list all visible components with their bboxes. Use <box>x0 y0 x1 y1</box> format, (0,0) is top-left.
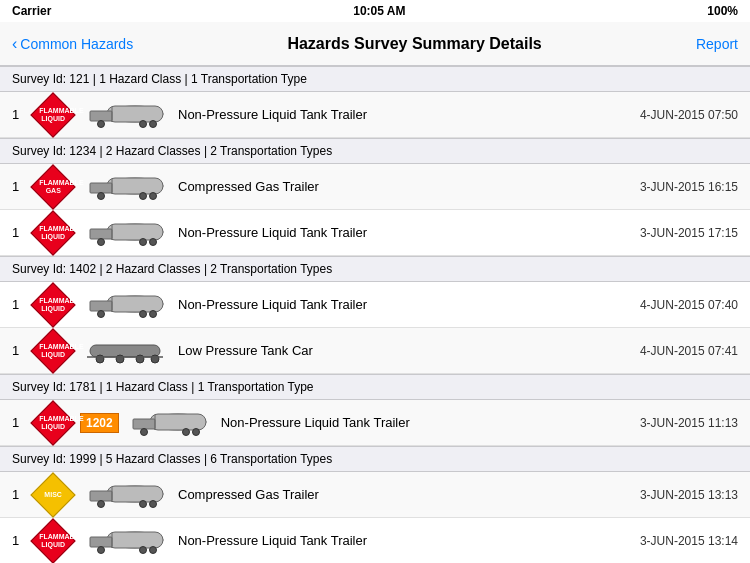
row-count: 1 <box>12 107 30 122</box>
table-row[interactable]: 1 FLAMMABLELIQUID Low Pressure Tank Car4… <box>0 328 750 374</box>
transport-description: Low Pressure Tank Car <box>174 343 640 358</box>
hazard-placard: FLAMMABLELIQUID <box>30 335 76 367</box>
hazard-number-badge: 1202 <box>80 413 119 433</box>
vehicle-icon <box>80 481 170 509</box>
svg-point-52 <box>140 546 147 553</box>
svg-rect-8 <box>107 178 163 194</box>
survey-date: 3-JUN-2015 11:13 <box>640 416 738 430</box>
svg-point-45 <box>140 500 147 507</box>
svg-rect-2 <box>90 111 112 121</box>
svg-rect-22 <box>107 296 163 312</box>
vehicle-icon <box>80 337 170 365</box>
svg-rect-9 <box>90 183 112 193</box>
vehicle-icon <box>80 173 170 201</box>
transport-description: Non-Pressure Liquid Tank Trailer <box>217 415 640 430</box>
content-area: Survey Id: 121 | 1 Hazard Class | 1 Tran… <box>0 66 750 563</box>
hazard-placard: FLAMMABLEGAS <box>30 171 76 203</box>
row-count: 1 <box>12 415 30 430</box>
transport-description: Non-Pressure Liquid Tank Trailer <box>174 225 640 240</box>
svg-point-18 <box>140 238 147 245</box>
row-count: 1 <box>12 533 30 548</box>
svg-point-24 <box>98 310 105 317</box>
hazard-placard: MISC <box>30 479 76 511</box>
transport-description: Non-Pressure Liquid Tank Trailer <box>174 107 640 122</box>
svg-point-44 <box>98 500 105 507</box>
svg-point-4 <box>140 120 147 127</box>
svg-point-30 <box>116 355 124 363</box>
svg-point-37 <box>140 428 147 435</box>
vehicle-icon <box>80 527 170 555</box>
vehicle-icon <box>80 291 170 319</box>
section-header: Survey Id: 1999 | 5 Hazard Classes | 6 T… <box>0 446 750 472</box>
page-title: Hazards Survey Summary Details <box>287 35 541 53</box>
svg-rect-15 <box>107 224 163 240</box>
report-button[interactable]: Report <box>696 36 738 52</box>
hazard-placard: FLAMMABLELIQUID <box>30 407 76 439</box>
table-row[interactable]: 1 FLAMMABLELIQUID 1202 Non-Pressure Liqu… <box>0 400 750 446</box>
svg-rect-42 <box>107 486 163 502</box>
survey-date: 4-JUN-2015 07:41 <box>640 344 738 358</box>
survey-date: 3-JUN-2015 17:15 <box>640 226 738 240</box>
section-header: Survey Id: 1234 | 2 Hazard Classes | 2 T… <box>0 138 750 164</box>
vehicle-icon <box>80 101 170 129</box>
survey-date: 3-JUN-2015 16:15 <box>640 180 738 194</box>
svg-point-32 <box>151 355 159 363</box>
svg-point-26 <box>150 310 157 317</box>
hazard-placard: FLAMMABLELIQUID <box>30 217 76 249</box>
hazard-placard: FLAMMABLELIQUID <box>30 525 76 557</box>
svg-rect-1 <box>107 106 163 122</box>
table-row[interactable]: 1 FLAMMABLEGAS Compressed Gas Trailer3-J… <box>0 164 750 210</box>
battery-label: 100% <box>707 4 738 18</box>
nav-bar: ‹ Common Hazards Hazards Survey Summary … <box>0 22 750 66</box>
transport-description: Non-Pressure Liquid Tank Trailer <box>174 297 640 312</box>
svg-point-5 <box>150 120 157 127</box>
row-count: 1 <box>12 487 30 502</box>
svg-point-25 <box>140 310 147 317</box>
transport-description: Compressed Gas Trailer <box>174 487 640 502</box>
transport-description: Non-Pressure Liquid Tank Trailer <box>174 533 640 548</box>
svg-point-53 <box>150 546 157 553</box>
svg-point-12 <box>150 192 157 199</box>
back-chevron-icon: ‹ <box>12 35 17 53</box>
table-row[interactable]: 1 FLAMMABLELIQUID Non-Pressure Liquid Ta… <box>0 518 750 563</box>
svg-point-46 <box>150 500 157 507</box>
status-bar: Carrier 10:05 AM 100% <box>0 0 750 22</box>
svg-point-31 <box>136 355 144 363</box>
svg-rect-16 <box>90 229 112 239</box>
svg-rect-36 <box>133 419 155 429</box>
vehicle-icon <box>80 219 170 247</box>
svg-rect-50 <box>90 537 112 547</box>
svg-rect-43 <box>90 491 112 501</box>
row-count: 1 <box>12 179 30 194</box>
row-count: 1 <box>12 343 30 358</box>
carrier-label: Carrier <box>12 4 51 18</box>
time-label: 10:05 AM <box>353 4 405 18</box>
svg-rect-23 <box>90 301 112 311</box>
svg-point-11 <box>140 192 147 199</box>
transport-description: Compressed Gas Trailer <box>174 179 640 194</box>
hazard-placard: FLAMMABLELIQUID <box>30 289 76 321</box>
back-button[interactable]: ‹ Common Hazards <box>12 35 133 53</box>
svg-point-10 <box>98 192 105 199</box>
svg-point-3 <box>98 120 105 127</box>
row-count: 1 <box>12 297 30 312</box>
svg-rect-49 <box>107 532 163 548</box>
svg-point-19 <box>150 238 157 245</box>
table-row[interactable]: 1 FLAMMABLELIQUID Non-Pressure Liquid Ta… <box>0 92 750 138</box>
table-row[interactable]: 1 FLAMMABLELIQUID Non-Pressure Liquid Ta… <box>0 282 750 328</box>
section-header: Survey Id: 121 | 1 Hazard Class | 1 Tran… <box>0 66 750 92</box>
survey-date: 3-JUN-2015 13:13 <box>640 488 738 502</box>
table-row[interactable]: 1 MISC Compressed Gas Trailer3-JUN-2015 … <box>0 472 750 518</box>
hazard-placard: FLAMMABLELIQUID <box>30 99 76 131</box>
svg-point-38 <box>182 428 189 435</box>
vehicle-icon <box>123 409 213 437</box>
back-label: Common Hazards <box>20 36 133 52</box>
table-row[interactable]: 1 FLAMMABLELIQUID Non-Pressure Liquid Ta… <box>0 210 750 256</box>
survey-date: 4-JUN-2015 07:40 <box>640 298 738 312</box>
svg-point-29 <box>96 355 104 363</box>
section-header: Survey Id: 1402 | 2 Hazard Classes | 2 T… <box>0 256 750 282</box>
section-header: Survey Id: 1781 | 1 Hazard Class | 1 Tra… <box>0 374 750 400</box>
row-count: 1 <box>12 225 30 240</box>
svg-point-39 <box>192 428 199 435</box>
svg-point-17 <box>98 238 105 245</box>
